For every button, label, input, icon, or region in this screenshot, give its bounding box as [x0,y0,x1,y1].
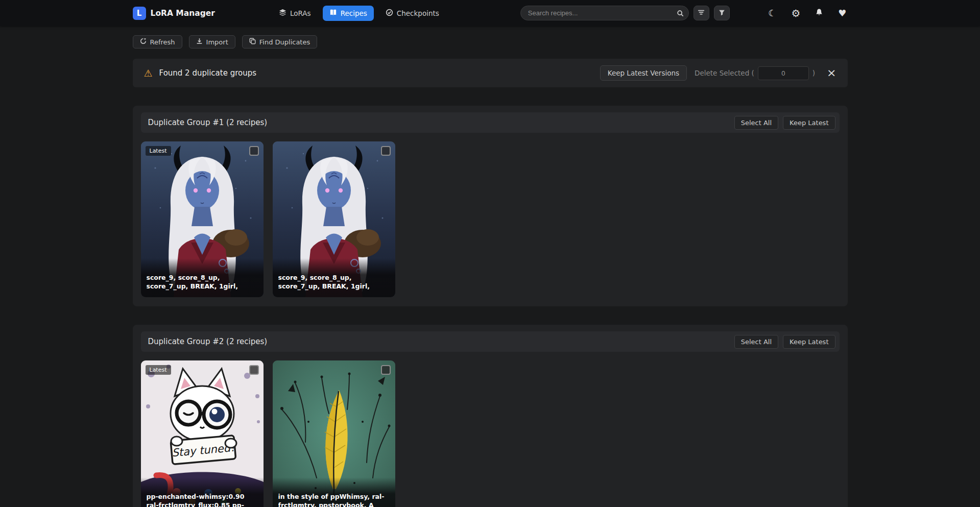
card-caption: score_9, score_8_up, score_7_up, BREAK, … [273,258,395,297]
selected-count-input[interactable] [758,66,809,80]
search [520,6,689,20]
funnel-icon [719,9,725,17]
import-label: Import [206,38,228,46]
search-input[interactable] [520,6,689,20]
tab-label: LoRAs [290,9,311,17]
delete-selected-prefix: Delete Selected ( [695,69,754,77]
card-caption: in the style of ppWhimsy, ral-frctlgmtry… [273,477,395,507]
find-duplicates-label: Find Duplicates [259,38,310,46]
brand[interactable]: L LoRA Manager [133,7,215,20]
tab-recipes[interactable]: Recipes [323,6,374,21]
select-all-button[interactable]: Select All [734,335,778,349]
card-row: Stay tuned! Latest pp-enchanted-whimsy:0… [141,360,840,507]
check-circle-icon [386,9,393,18]
import-icon [196,38,203,46]
keep-latest-button[interactable]: Keep Latest [783,116,835,130]
select-all-button[interactable]: Select All [734,116,778,130]
warning-icon: ⚠ [144,68,153,78]
card-checkbox[interactable] [249,146,259,156]
group-header: Duplicate Group #1 (2 recipes) Select Al… [141,112,840,133]
group-header: Duplicate Group #2 (2 recipes) Select Al… [141,331,840,352]
theme-moon-icon[interactable]: ☾ [767,8,777,19]
keep-latest-button[interactable]: Keep Latest [783,335,835,349]
refresh-label: Refresh [150,38,175,46]
card-row: Latest score_9, score_8_up, score_7_up, … [141,141,840,297]
card-caption: pp-enchanted-whimsy:0.90 ral-frctlgmtry_… [141,477,264,507]
delete-selected-suffix: ) [812,69,815,77]
app-logo: L [133,7,146,20]
group-title: Duplicate Group #2 (2 recipes) [148,337,268,346]
card-checkbox[interactable] [249,365,259,375]
settings-gear-icon[interactable]: ⚙ [790,7,801,19]
duplicate-group-1: Duplicate Group #1 (2 recipes) Select Al… [133,106,848,306]
tab-checkpoints[interactable]: Checkpoints [379,6,446,21]
search-icon[interactable] [674,7,687,19]
import-button[interactable]: Import [189,35,235,49]
find-duplicates-button[interactable]: Find Duplicates [242,35,317,49]
close-icon[interactable]: × [827,67,836,79]
tab-label: Checkpoints [397,9,439,17]
book-icon [329,9,337,18]
recipe-card[interactable]: in the style of ppWhimsy, ral-frctlgmtry… [273,360,395,507]
group-title: Duplicate Group #1 (2 recipes) [148,118,268,127]
recipe-card[interactable]: Latest score_9, score_8_up, score_7_up, … [141,141,264,297]
main-content: Refresh Import Find Duplicates ⚠ Found 2… [133,35,848,507]
support-heart-icon[interactable]: ♥ [837,8,847,19]
card-caption: score_9, score_8_up, score_7_up, BREAK, … [141,258,264,297]
notifications-bell-icon[interactable] [814,7,824,19]
layers-icon [279,9,286,18]
banner-message: Found 2 duplicate groups [159,68,256,78]
refresh-button[interactable]: Refresh [133,35,182,49]
recipe-card[interactable]: score_9, score_8_up, score_7_up, BREAK, … [273,141,395,297]
app-title: LoRA Manager [151,9,215,18]
sort-sliders-button[interactable] [694,6,709,20]
copy-icon [249,38,256,46]
toolbar: Refresh Import Find Duplicates [133,35,848,49]
refresh-icon [140,38,147,46]
sliders-icon [698,9,705,17]
delete-selected-control: Delete Selected ( ) [695,66,815,80]
card-checkbox[interactable] [381,146,391,156]
navbar-actions: ☾ ⚙ ♥ [767,7,847,19]
latest-badge: Latest [146,146,171,156]
navbar: L LoRA Manager LoRAs Recipes Checkpoin [0,0,980,26]
filter-button[interactable] [714,6,730,20]
tab-loras[interactable]: LoRAs [272,6,318,21]
recipe-card[interactable]: Stay tuned! Latest pp-enchanted-whimsy:0… [141,360,264,507]
card-checkbox[interactable] [381,365,391,375]
tab-label: Recipes [341,9,367,17]
latest-badge: Latest [146,365,171,375]
main-nav: LoRAs Recipes Checkpoints [272,6,446,21]
duplicate-group-2: Duplicate Group #2 (2 recipes) Select Al… [133,325,848,507]
keep-latest-versions-button[interactable]: Keep Latest Versions [600,65,687,81]
duplicates-banner: ⚠ Found 2 duplicate groups Keep Latest V… [133,59,848,87]
